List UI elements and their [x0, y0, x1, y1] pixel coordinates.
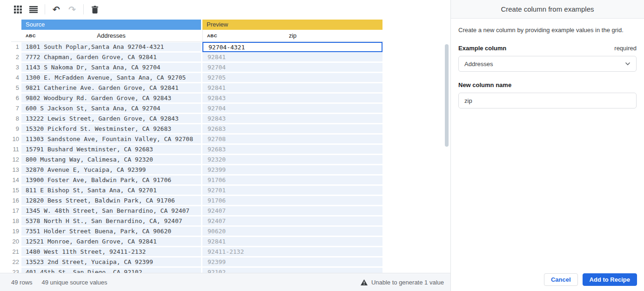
source-cell[interactable]: 1143 S Nakoma Dr, Santa Ana, CA 92704 [21, 63, 201, 72]
table-row: 2 7772 Chapman, Garden Grove, CA 92841 9… [11, 53, 383, 63]
preview-cell[interactable]: 92708 [202, 135, 382, 143]
grid-view-button[interactable] [11, 3, 24, 16]
undo-icon: ↶ [53, 5, 60, 14]
source-column-name: Addresses [21, 32, 201, 39]
table-row: 15 811 E Bishop St, Santa Ana, CA 92701 … [11, 186, 383, 196]
source-cell[interactable]: 1300 E. McFadden Avenue, Santa Ana, CA 9… [21, 73, 201, 82]
row-number: 2 [11, 53, 21, 61]
preview-column-header[interactable]: ABC zip [202, 30, 382, 41]
table-row: 11 15791 Bushard Westminster, CA 92683 9… [11, 145, 383, 155]
row-number: 1 [11, 42, 21, 51]
row-count-label: 49 rows [11, 279, 33, 286]
new-column-name-input[interactable] [458, 93, 637, 108]
table-row: 10 11303 Sandstone Ave, Fountain Valley,… [11, 135, 383, 145]
redo-button[interactable]: ↷ [66, 3, 79, 16]
source-cell[interactable]: 1480 West 11th Street, 92411-2132 [21, 247, 201, 256]
preview-cell[interactable]: 92843 [202, 94, 382, 102]
row-number: 23 [11, 268, 21, 273]
table-row: 4 1300 E. McFadden Avenue, Santa Ana, CA… [11, 73, 383, 83]
row-number: 20 [11, 237, 21, 246]
row-number: 12 [11, 155, 21, 164]
source-cell[interactable]: 13900 Foster Ave, Baldwin Park, CA 91706 [21, 176, 201, 184]
source-cell[interactable]: 9821 Catherine Ave. Garden Grove, CA 928… [21, 83, 201, 92]
vertical-scrollbar[interactable] [445, 44, 449, 147]
preview-cell[interactable]: 92841 [202, 237, 382, 246]
row-number: 6 [11, 94, 21, 102]
source-cell[interactable]: 12820 Bess Street, Baldwin Park, CA 9170… [21, 196, 201, 205]
source-cell[interactable]: 811 E Bishop St, Santa Ana, CA 92701 [21, 186, 201, 195]
source-cell[interactable]: 12521 Monroe, Garden Grove, CA 92841 [21, 237, 201, 246]
row-number: 11 [11, 145, 21, 154]
required-label: required [614, 45, 637, 52]
source-cell[interactable]: 7351 Holder Street Buena, Park, CA 90620 [21, 227, 201, 236]
preview-cell[interactable]: 91706 [202, 176, 382, 184]
source-cell[interactable]: 15791 Bushard Westminster, CA 92683 [21, 145, 201, 154]
preview-cell[interactable]: 92407 [202, 217, 382, 225]
source-cell[interactable]: 11303 Sandstone Ave, Fountain Valley, CA… [21, 135, 201, 143]
source-cell[interactable]: 1345 W. 48th Street, San Bernardino, CA … [21, 206, 201, 215]
example-column-label: Example column [458, 45, 506, 52]
source-group-header[interactable]: Source [21, 20, 201, 30]
grid-column-header: ABC Addresses ABC zip [11, 30, 383, 42]
preview-cell[interactable]: 92705 [202, 73, 382, 82]
table-row: 12 800 Mustang Way, Calimesa, CA 92320 9… [11, 155, 383, 165]
example-column-value: Addresses [464, 61, 625, 68]
preview-cell[interactable]: 92399 [202, 257, 382, 266]
preview-cell[interactable]: 92841 [202, 83, 382, 92]
preview-cell[interactable]: 92683 [202, 124, 382, 133]
preview-group-header[interactable]: Preview [202, 20, 382, 30]
table-row: 1 1801 South Poplar,Santa Ana 92704-4321… [11, 42, 383, 53]
delete-button[interactable] [88, 3, 101, 16]
source-column-header[interactable]: ABC Addresses [21, 30, 201, 41]
row-number: 15 [11, 186, 21, 195]
row-number: 7 [11, 104, 21, 113]
example-column-select[interactable]: Addresses [458, 56, 637, 72]
source-cell[interactable]: 13222 Lewis Street, Garden Grove, CA 928… [21, 114, 201, 123]
create-column-panel: Create column from examples Create a new… [450, 0, 644, 291]
preview-cell[interactable]: 90620 [202, 227, 382, 236]
preview-cell[interactable]: 92102 [202, 268, 382, 273]
add-to-recipe-button[interactable]: Add to Recipe [583, 273, 637, 286]
preview-cell[interactable]: 92704-4321 [202, 42, 382, 52]
table-row: 8 13222 Lewis Street, Garden Grove, CA 9… [11, 114, 383, 124]
source-cell[interactable]: 401 45th St. San Diego, CA 92102 [21, 268, 201, 273]
undo-button[interactable]: ↶ [50, 3, 63, 16]
preview-cell[interactable]: 92399 [202, 165, 382, 174]
source-cell[interactable]: 32870 Avenue E, Yucaipa, CA 92399 [21, 165, 201, 174]
preview-type-icon: ABC [207, 33, 217, 38]
table-row: 7 600 S Jackson St, Santa Ana, CA 92704 … [11, 104, 383, 114]
source-cell[interactable]: 800 Mustang Way, Calimesa, CA 92320 [21, 155, 201, 164]
redo-icon: ↷ [68, 5, 76, 14]
list-view-button[interactable] [27, 3, 40, 16]
table-row: 16 12820 Bess Street, Baldwin Park, CA 9… [11, 196, 383, 206]
preview-cell[interactable]: 92704 [202, 104, 382, 113]
source-cell[interactable]: 1801 South Poplar,Santa Ana 92704-4321 [21, 42, 201, 51]
source-cell[interactable]: 13523 2nd Street, Yucaipa, CA 92399 [21, 257, 201, 266]
status-bar: 49 rows 49 unique source values Unable t… [0, 273, 450, 291]
preview-cell[interactable]: 92704 [202, 63, 382, 72]
panel-title: Create column from examples [451, 0, 644, 19]
source-cell[interactable]: 9802 Woodbury Rd. Garden Grove, CA 92843 [21, 94, 201, 102]
table-row: 14 13900 Foster Ave, Baldwin Park, CA 91… [11, 176, 383, 186]
preview-cell[interactable]: 92320 [202, 155, 382, 164]
panel-description: Create a new column by providing example… [458, 27, 637, 34]
preview-cell[interactable]: 91706 [202, 196, 382, 205]
source-cell[interactable]: 600 S Jackson St, Santa Ana, CA 92704 [21, 104, 201, 113]
row-number: 4 [11, 73, 21, 82]
cancel-button[interactable]: Cancel [544, 273, 578, 286]
preview-cell[interactable]: 92683 [202, 145, 382, 154]
data-grid: Source Preview ABC Addresses ABC zip 1 1… [11, 20, 383, 273]
row-number: 22 [11, 257, 21, 266]
source-cell[interactable]: 15320 Pickford St. Westminster, CA 92683 [21, 124, 201, 133]
toolbar-separator [45, 4, 45, 14]
preview-cell[interactable]: 92407 [202, 206, 382, 215]
preview-cell[interactable]: 92843 [202, 114, 382, 123]
source-cell[interactable]: 5378 North H St., San Bernardino, CA, 92… [21, 217, 201, 225]
preview-cell[interactable]: 92841 [202, 53, 382, 61]
source-cell[interactable]: 7772 Chapman, Garden Grove, CA 92841 [21, 53, 201, 61]
trash-icon [92, 6, 98, 14]
warning-icon [361, 279, 368, 285]
grid-group-header: Source Preview [11, 20, 383, 30]
preview-cell[interactable]: 92701 [202, 186, 382, 195]
preview-cell[interactable]: 92411-2132 [202, 247, 382, 256]
